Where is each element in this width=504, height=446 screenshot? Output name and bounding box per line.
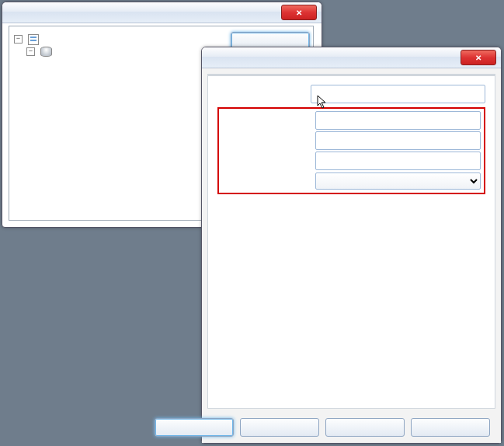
server-input[interactable]: [315, 111, 481, 130]
connect-as-select[interactable]: [315, 172, 481, 190]
dialog-button-row: [202, 412, 501, 443]
cancel-button[interactable]: [240, 418, 319, 437]
setup-body: [207, 74, 495, 409]
connection-tab-content: [208, 76, 495, 208]
setup-tabs: [208, 75, 495, 76]
setup-close-button[interactable]: ✕: [461, 50, 496, 65]
tree-toggle-root[interactable]: −: [14, 35, 23, 44]
login-input[interactable]: [315, 131, 481, 150]
connect-info-highlight: [217, 107, 485, 194]
help-button[interactable]: [411, 418, 490, 437]
interfaces-icon: [28, 34, 39, 45]
profiles-titlebar: ✕: [2, 2, 322, 23]
profile-name-input[interactable]: [311, 85, 485, 103]
setup-titlebar: ✕: [202, 47, 501, 68]
password-input[interactable]: [315, 152, 481, 170]
apply-button[interactable]: [325, 418, 405, 437]
database-icon: [40, 47, 52, 57]
tree-toggle-oracle10g[interactable]: −: [26, 47, 35, 56]
other-options: [217, 202, 485, 204]
profile-setup-dialog: ✕: [201, 47, 502, 444]
profiles-close-button[interactable]: ✕: [281, 5, 317, 20]
ok-button[interactable]: [155, 418, 234, 437]
